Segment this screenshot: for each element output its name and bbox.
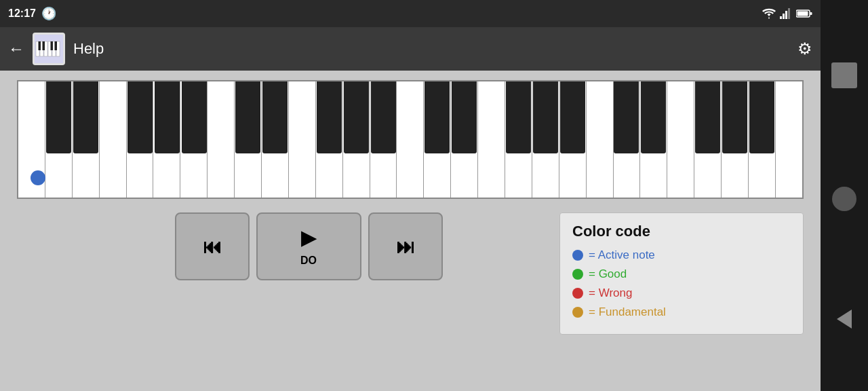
wifi-icon [762, 8, 776, 19]
svg-rect-5 [797, 12, 808, 16]
white-key[interactable] [749, 81, 776, 198]
color-label: = Fundamental [589, 305, 666, 319]
color-dot [572, 269, 583, 280]
white-key[interactable] [614, 81, 641, 198]
color-label: = Wrong [589, 286, 632, 300]
active-note-dot [31, 170, 45, 185]
white-key[interactable] [73, 81, 100, 198]
svg-rect-16 [51, 41, 54, 50]
bottom-section: ⏮ ▶ DO ⏭ Color code = Active note= Good=… [17, 212, 804, 335]
alarm-icon: 🕐 [41, 6, 56, 21]
white-key[interactable] [424, 81, 451, 198]
play-icon: ▶ [301, 227, 316, 249]
prev-button[interactable]: ⏮ [175, 212, 250, 280]
white-key[interactable] [451, 81, 478, 198]
color-code-title: Color code [572, 223, 791, 240]
side-navigation [821, 0, 868, 391]
status-left: 12:17 🕐 [8, 6, 56, 21]
white-key[interactable] [235, 81, 262, 198]
svg-rect-14 [39, 41, 41, 50]
white-key[interactable] [478, 81, 505, 198]
color-dot [572, 288, 583, 299]
white-key[interactable] [640, 81, 667, 198]
white-key[interactable] [587, 81, 614, 198]
color-label: = Good [589, 267, 627, 281]
status-right [762, 8, 812, 19]
white-key[interactable] [776, 81, 802, 198]
main-content: ⏮ ▶ DO ⏭ Color code = Active note= Good=… [0, 71, 821, 391]
svg-rect-0 [780, 16, 782, 19]
white-key[interactable] [722, 81, 749, 198]
color-label: = Active note [589, 248, 655, 262]
white-key[interactable] [559, 81, 587, 198]
color-item: = Good [572, 267, 791, 281]
prev-icon: ⏮ [203, 236, 222, 258]
svg-rect-1 [783, 14, 785, 19]
nav-square-button[interactable] [831, 62, 857, 88]
white-key[interactable] [45, 81, 73, 198]
color-item: = Wrong [572, 286, 791, 300]
controls-area: ⏮ ▶ DO ⏭ [17, 212, 546, 280]
white-key[interactable] [343, 81, 370, 198]
white-key[interactable] [667, 81, 694, 198]
color-dot [572, 250, 583, 261]
white-key[interactable] [370, 81, 397, 198]
svg-rect-6 [810, 12, 812, 15]
white-key[interactable] [289, 81, 316, 198]
note-name: DO [300, 255, 317, 267]
app-bar: ← Help ⚙ [0, 27, 821, 71]
color-item: = Active note [572, 248, 791, 262]
back-button[interactable]: ← [8, 39, 24, 58]
next-button[interactable]: ⏭ [368, 212, 443, 280]
white-key[interactable] [127, 81, 154, 198]
svg-rect-15 [43, 41, 45, 50]
settings-button[interactable]: ⚙ [797, 39, 812, 58]
white-key[interactable] [208, 81, 235, 198]
next-icon: ⏭ [396, 236, 415, 258]
white-key[interactable] [180, 81, 208, 198]
color-item: = Fundamental [572, 305, 791, 319]
white-key[interactable] [262, 81, 289, 198]
app-bar-title: Help [73, 40, 789, 58]
white-keys [18, 81, 802, 198]
color-code-panel: Color code = Active note= Good= Wrong= F… [559, 212, 804, 335]
white-key[interactable] [694, 81, 722, 198]
white-key[interactable] [100, 81, 127, 198]
svg-rect-17 [55, 41, 58, 50]
svg-rect-2 [785, 11, 787, 19]
white-key[interactable] [153, 81, 180, 198]
nav-circle-button[interactable] [832, 187, 856, 211]
nav-back-button[interactable] [837, 310, 852, 329]
time-display: 12:17 [8, 7, 36, 20]
signal-icon [780, 8, 792, 19]
color-dot [572, 307, 583, 318]
white-key[interactable] [505, 81, 532, 198]
color-items-list: = Active note= Good= Wrong= Fundamental [572, 248, 791, 319]
white-key[interactable] [316, 81, 343, 198]
status-bar: 12:17 🕐 [0, 0, 821, 27]
white-key[interactable] [532, 81, 559, 198]
piano-keyboard[interactable] [17, 80, 804, 199]
app-icon [33, 33, 65, 65]
white-key[interactable] [397, 81, 424, 198]
battery-icon [796, 9, 812, 18]
play-button[interactable]: ▶ DO [256, 212, 361, 280]
svg-rect-3 [788, 8, 790, 19]
